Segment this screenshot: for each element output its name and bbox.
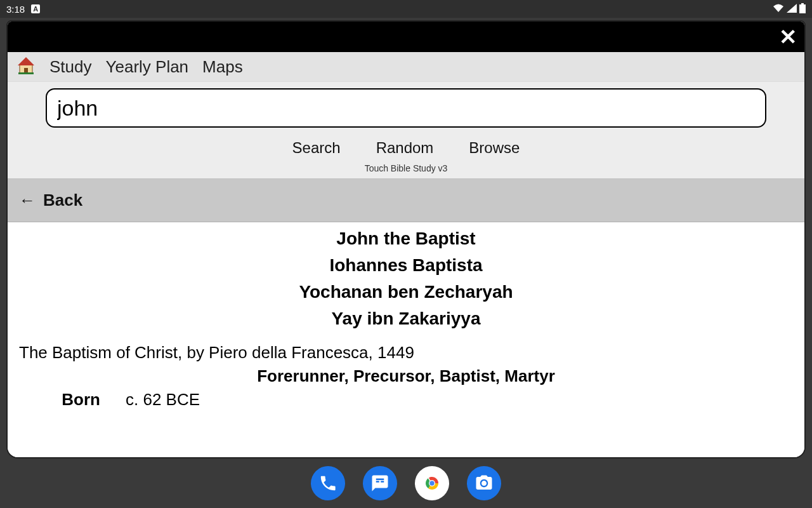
app-window: ✕ Study Yearly Plan Maps Search Random B… <box>6 20 806 458</box>
random-button[interactable]: Random <box>376 139 434 157</box>
status-app-badge: A <box>31 4 40 13</box>
nav-maps[interactable]: Maps <box>202 57 243 77</box>
home-icon[interactable] <box>16 56 36 77</box>
back-label: Back <box>43 190 82 210</box>
messages-app-icon[interactable] <box>363 466 397 500</box>
search-input[interactable] <box>46 88 766 128</box>
status-left: 3:18 A <box>6 4 40 15</box>
born-label: Born <box>49 390 100 410</box>
top-nav: Study Yearly Plan Maps <box>8 52 804 82</box>
status-time: 3:18 <box>6 4 25 15</box>
article-content[interactable]: John the Baptist Iohannes Baptista Yocha… <box>8 222 804 457</box>
wifi-icon <box>773 4 784 15</box>
phone-app-icon[interactable] <box>311 466 345 500</box>
search-area: Search Random Browse Touch Bible Study v… <box>8 82 804 179</box>
svg-rect-5 <box>18 72 34 74</box>
close-icon[interactable]: ✕ <box>779 26 797 48</box>
android-status-bar: 3:18 A <box>0 0 812 18</box>
nav-yearly-plan[interactable]: Yearly Plan <box>106 57 189 77</box>
chrome-app-icon[interactable] <box>415 466 449 500</box>
battery-icon <box>799 3 806 15</box>
camera-app-icon[interactable] <box>467 466 501 500</box>
back-bar[interactable]: ← Back <box>8 179 804 222</box>
status-right <box>773 3 806 15</box>
info-row-born: Born c. 62 BCE <box>19 390 793 410</box>
article-image-caption: The Baptism of Christ, by Piero della Fr… <box>19 343 793 363</box>
svg-rect-0 <box>799 4 806 13</box>
version-label: Touch Bible Study v3 <box>46 163 766 173</box>
nav-study[interactable]: Study <box>49 57 92 77</box>
born-value: c. 62 BCE <box>126 390 200 410</box>
title-bar: ✕ <box>8 22 804 52</box>
back-arrow-icon: ← <box>19 190 36 210</box>
svg-rect-1 <box>801 3 804 4</box>
article-heading-3: Yochanan ben Zecharyah <box>19 282 793 302</box>
search-button[interactable]: Search <box>292 139 341 157</box>
article-heading-1: John the Baptist <box>19 229 793 249</box>
device-area: ✕ Study Yearly Plan Maps Search Random B… <box>0 18 812 458</box>
signal-icon <box>787 4 797 15</box>
article-headings: John the Baptist Iohannes Baptista Yocha… <box>19 229 793 329</box>
article-heading-4: Yay ibn Zakariyya <box>19 309 793 329</box>
article-heading-2: Iohannes Baptista <box>19 255 793 276</box>
article-titles: Forerunner, Precursor, Baptist, Martyr <box>19 366 793 386</box>
android-dock <box>0 458 812 508</box>
browse-button[interactable]: Browse <box>469 139 520 157</box>
svg-marker-3 <box>18 57 34 65</box>
search-actions: Search Random Browse <box>46 139 766 157</box>
